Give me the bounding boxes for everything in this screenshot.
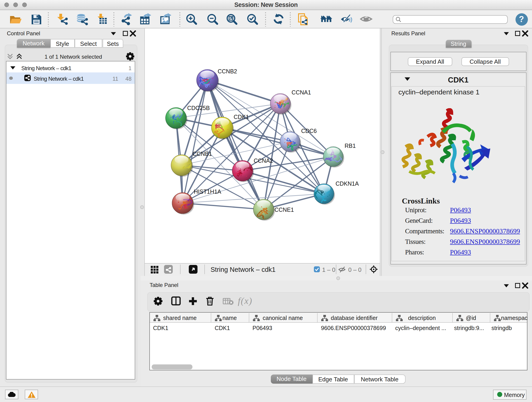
svg-text:CCNB2: CCNB2 <box>217 68 237 75</box>
svg-text:CDKN1A: CDKN1A <box>335 180 359 187</box>
svg-text:CCNB1: CCNB1 <box>192 151 212 157</box>
svg-text:CCNE1: CCNE1 <box>274 206 294 213</box>
svg-text:CDK1: CDK1 <box>234 114 249 120</box>
svg-text:CCNA1: CCNA1 <box>291 89 311 96</box>
svg-text:CDC6: CDC6 <box>301 128 317 134</box>
svg-text:HIST1H1A: HIST1H1A <box>194 188 221 195</box>
svg-text:CDC25B: CDC25B <box>187 105 210 111</box>
svg-text:CCNA2: CCNA2 <box>253 157 273 164</box>
svg-text:RB1: RB1 <box>344 143 355 149</box>
